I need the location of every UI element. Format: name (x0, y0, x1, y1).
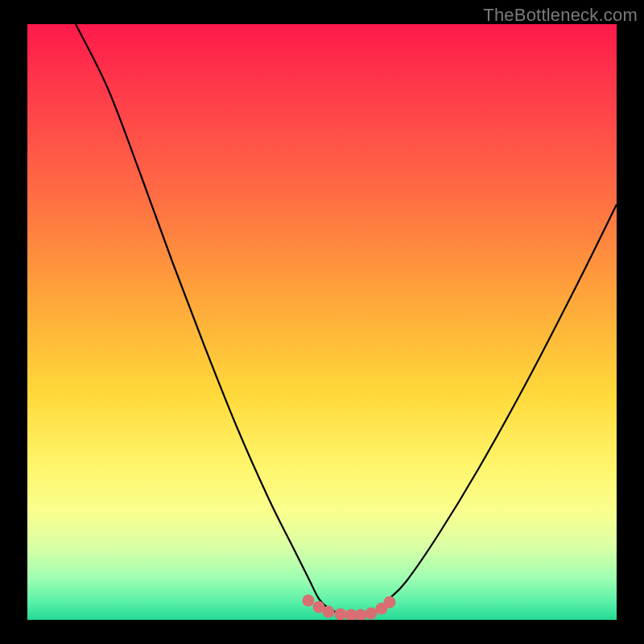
highlight-dot (303, 595, 315, 607)
highlight-dot (384, 597, 396, 609)
highlight-dot (355, 609, 367, 621)
highlight-dot (365, 608, 378, 620)
chart-frame: TheBottleneck.com (0, 0, 644, 644)
bottleneck-curve (76, 24, 617, 615)
chart-svg (27, 24, 617, 620)
plot-area (27, 24, 617, 620)
highlight-dots (303, 595, 396, 621)
watermark-text: TheBottleneck.com (483, 5, 638, 26)
highlight-dot (323, 606, 335, 618)
highlight-dot (335, 609, 347, 621)
